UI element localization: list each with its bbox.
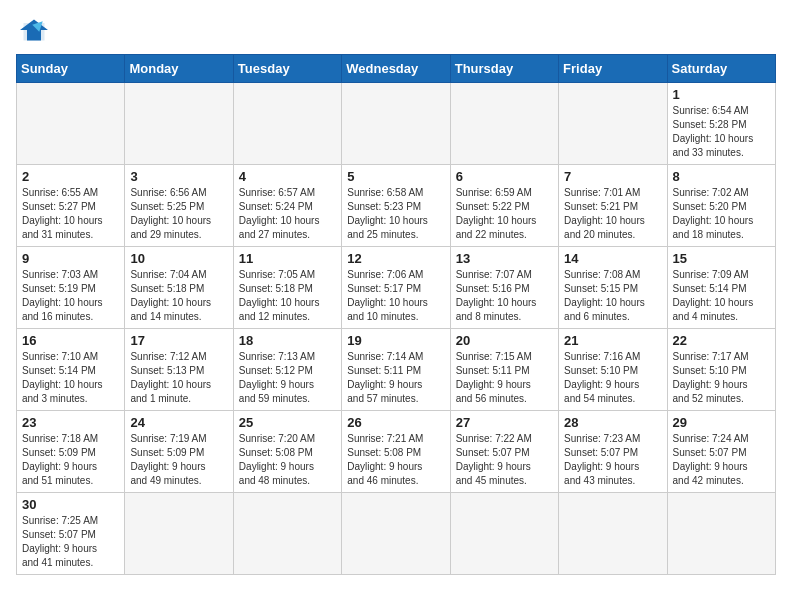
- calendar-day: 23Sunrise: 7:18 AM Sunset: 5:09 PM Dayli…: [17, 411, 125, 493]
- logo: [16, 16, 58, 44]
- calendar-day: 20Sunrise: 7:15 AM Sunset: 5:11 PM Dayli…: [450, 329, 558, 411]
- calendar-day: [450, 83, 558, 165]
- day-info: Sunrise: 7:22 AM Sunset: 5:07 PM Dayligh…: [456, 432, 553, 488]
- weekday-header-monday: Monday: [125, 55, 233, 83]
- calendar-day: [342, 83, 450, 165]
- calendar-day: 29Sunrise: 7:24 AM Sunset: 5:07 PM Dayli…: [667, 411, 775, 493]
- day-number: 3: [130, 169, 227, 184]
- calendar-day: 6Sunrise: 6:59 AM Sunset: 5:22 PM Daylig…: [450, 165, 558, 247]
- day-number: 28: [564, 415, 661, 430]
- day-info: Sunrise: 6:54 AM Sunset: 5:28 PM Dayligh…: [673, 104, 770, 160]
- day-number: 10: [130, 251, 227, 266]
- generalblue-logo-icon: [16, 16, 52, 44]
- day-info: Sunrise: 7:20 AM Sunset: 5:08 PM Dayligh…: [239, 432, 336, 488]
- day-info: Sunrise: 7:08 AM Sunset: 5:15 PM Dayligh…: [564, 268, 661, 324]
- day-number: 23: [22, 415, 119, 430]
- day-number: 5: [347, 169, 444, 184]
- calendar-day: [559, 493, 667, 575]
- calendar-day: 21Sunrise: 7:16 AM Sunset: 5:10 PM Dayli…: [559, 329, 667, 411]
- day-number: 14: [564, 251, 661, 266]
- day-info: Sunrise: 6:57 AM Sunset: 5:24 PM Dayligh…: [239, 186, 336, 242]
- weekday-header-tuesday: Tuesday: [233, 55, 341, 83]
- calendar-day: [233, 83, 341, 165]
- weekday-header-sunday: Sunday: [17, 55, 125, 83]
- calendar-day: 4Sunrise: 6:57 AM Sunset: 5:24 PM Daylig…: [233, 165, 341, 247]
- day-info: Sunrise: 7:14 AM Sunset: 5:11 PM Dayligh…: [347, 350, 444, 406]
- calendar-day: [667, 493, 775, 575]
- calendar-day: 2Sunrise: 6:55 AM Sunset: 5:27 PM Daylig…: [17, 165, 125, 247]
- calendar-week-row-1: 2Sunrise: 6:55 AM Sunset: 5:27 PM Daylig…: [17, 165, 776, 247]
- calendar-week-row-5: 30Sunrise: 7:25 AM Sunset: 5:07 PM Dayli…: [17, 493, 776, 575]
- calendar-day: 22Sunrise: 7:17 AM Sunset: 5:10 PM Dayli…: [667, 329, 775, 411]
- day-info: Sunrise: 7:18 AM Sunset: 5:09 PM Dayligh…: [22, 432, 119, 488]
- day-number: 19: [347, 333, 444, 348]
- calendar-day: 15Sunrise: 7:09 AM Sunset: 5:14 PM Dayli…: [667, 247, 775, 329]
- calendar-day: [125, 493, 233, 575]
- day-number: 18: [239, 333, 336, 348]
- day-info: Sunrise: 7:25 AM Sunset: 5:07 PM Dayligh…: [22, 514, 119, 570]
- day-number: 30: [22, 497, 119, 512]
- calendar-day: 26Sunrise: 7:21 AM Sunset: 5:08 PM Dayli…: [342, 411, 450, 493]
- day-info: Sunrise: 7:05 AM Sunset: 5:18 PM Dayligh…: [239, 268, 336, 324]
- calendar-week-row-0: 1Sunrise: 6:54 AM Sunset: 5:28 PM Daylig…: [17, 83, 776, 165]
- calendar-day: [342, 493, 450, 575]
- day-info: Sunrise: 7:07 AM Sunset: 5:16 PM Dayligh…: [456, 268, 553, 324]
- weekday-header-thursday: Thursday: [450, 55, 558, 83]
- day-info: Sunrise: 6:55 AM Sunset: 5:27 PM Dayligh…: [22, 186, 119, 242]
- day-number: 13: [456, 251, 553, 266]
- day-number: 26: [347, 415, 444, 430]
- weekday-header-saturday: Saturday: [667, 55, 775, 83]
- weekday-header-wednesday: Wednesday: [342, 55, 450, 83]
- calendar-day: 13Sunrise: 7:07 AM Sunset: 5:16 PM Dayli…: [450, 247, 558, 329]
- day-info: Sunrise: 7:24 AM Sunset: 5:07 PM Dayligh…: [673, 432, 770, 488]
- calendar-day: 12Sunrise: 7:06 AM Sunset: 5:17 PM Dayli…: [342, 247, 450, 329]
- day-info: Sunrise: 7:09 AM Sunset: 5:14 PM Dayligh…: [673, 268, 770, 324]
- calendar-day: 10Sunrise: 7:04 AM Sunset: 5:18 PM Dayli…: [125, 247, 233, 329]
- day-number: 9: [22, 251, 119, 266]
- calendar-day: [125, 83, 233, 165]
- day-number: 29: [673, 415, 770, 430]
- calendar-day: 16Sunrise: 7:10 AM Sunset: 5:14 PM Dayli…: [17, 329, 125, 411]
- calendar-day: 5Sunrise: 6:58 AM Sunset: 5:23 PM Daylig…: [342, 165, 450, 247]
- day-number: 12: [347, 251, 444, 266]
- calendar-day: 17Sunrise: 7:12 AM Sunset: 5:13 PM Dayli…: [125, 329, 233, 411]
- calendar-day: 25Sunrise: 7:20 AM Sunset: 5:08 PM Dayli…: [233, 411, 341, 493]
- calendar-day: 19Sunrise: 7:14 AM Sunset: 5:11 PM Dayli…: [342, 329, 450, 411]
- day-info: Sunrise: 7:04 AM Sunset: 5:18 PM Dayligh…: [130, 268, 227, 324]
- day-number: 8: [673, 169, 770, 184]
- calendar-day: 28Sunrise: 7:23 AM Sunset: 5:07 PM Dayli…: [559, 411, 667, 493]
- day-info: Sunrise: 7:02 AM Sunset: 5:20 PM Dayligh…: [673, 186, 770, 242]
- day-info: Sunrise: 7:06 AM Sunset: 5:17 PM Dayligh…: [347, 268, 444, 324]
- day-info: Sunrise: 7:15 AM Sunset: 5:11 PM Dayligh…: [456, 350, 553, 406]
- calendar-day: 8Sunrise: 7:02 AM Sunset: 5:20 PM Daylig…: [667, 165, 775, 247]
- calendar-day: [450, 493, 558, 575]
- day-info: Sunrise: 7:03 AM Sunset: 5:19 PM Dayligh…: [22, 268, 119, 324]
- calendar-day: 11Sunrise: 7:05 AM Sunset: 5:18 PM Dayli…: [233, 247, 341, 329]
- calendar-day: 3Sunrise: 6:56 AM Sunset: 5:25 PM Daylig…: [125, 165, 233, 247]
- day-number: 4: [239, 169, 336, 184]
- day-info: Sunrise: 7:19 AM Sunset: 5:09 PM Dayligh…: [130, 432, 227, 488]
- calendar-day: 7Sunrise: 7:01 AM Sunset: 5:21 PM Daylig…: [559, 165, 667, 247]
- day-info: Sunrise: 6:58 AM Sunset: 5:23 PM Dayligh…: [347, 186, 444, 242]
- day-info: Sunrise: 7:13 AM Sunset: 5:12 PM Dayligh…: [239, 350, 336, 406]
- day-info: Sunrise: 7:21 AM Sunset: 5:08 PM Dayligh…: [347, 432, 444, 488]
- weekday-header-friday: Friday: [559, 55, 667, 83]
- calendar-day: 24Sunrise: 7:19 AM Sunset: 5:09 PM Dayli…: [125, 411, 233, 493]
- calendar-day: [17, 83, 125, 165]
- day-number: 7: [564, 169, 661, 184]
- day-number: 11: [239, 251, 336, 266]
- calendar-week-row-2: 9Sunrise: 7:03 AM Sunset: 5:19 PM Daylig…: [17, 247, 776, 329]
- day-number: 15: [673, 251, 770, 266]
- page-header: [16, 16, 776, 44]
- day-number: 22: [673, 333, 770, 348]
- day-info: Sunrise: 7:17 AM Sunset: 5:10 PM Dayligh…: [673, 350, 770, 406]
- day-number: 24: [130, 415, 227, 430]
- calendar-day: 30Sunrise: 7:25 AM Sunset: 5:07 PM Dayli…: [17, 493, 125, 575]
- calendar-day: 14Sunrise: 7:08 AM Sunset: 5:15 PM Dayli…: [559, 247, 667, 329]
- weekday-header-row: SundayMondayTuesdayWednesdayThursdayFrid…: [17, 55, 776, 83]
- day-info: Sunrise: 7:16 AM Sunset: 5:10 PM Dayligh…: [564, 350, 661, 406]
- day-number: 1: [673, 87, 770, 102]
- day-number: 27: [456, 415, 553, 430]
- calendar-day: 18Sunrise: 7:13 AM Sunset: 5:12 PM Dayli…: [233, 329, 341, 411]
- day-info: Sunrise: 7:01 AM Sunset: 5:21 PM Dayligh…: [564, 186, 661, 242]
